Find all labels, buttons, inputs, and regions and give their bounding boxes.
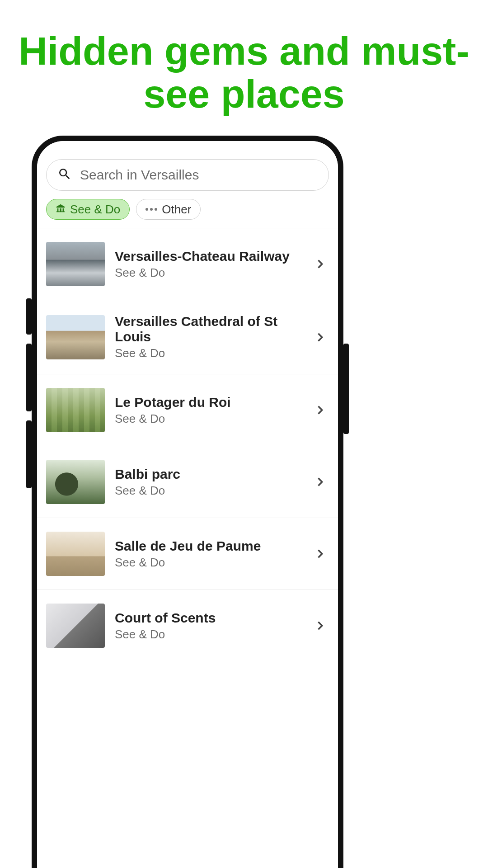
place-category: See & Do [115,412,304,426]
phone-frame: See & Do Other Versailles-Chateau Railwa… [32,136,343,868]
list-item-text: Versailles Cathedral of St Louis See & D… [115,314,304,360]
place-title: Court of Scents [115,610,304,626]
list-item-text: Balbi parc See & Do [115,467,304,498]
chevron-right-icon [314,547,326,560]
place-category: See & Do [115,346,304,360]
place-thumbnail [46,460,105,504]
place-thumbnail [46,315,105,359]
list-item-text: Court of Scents See & Do [115,610,304,642]
list-item-text: Salle de Jeu de Paume See & Do [115,538,304,570]
place-thumbnail [46,532,105,576]
place-title: Versailles Cathedral of St Louis [115,314,304,344]
place-category: See & Do [115,556,304,570]
filter-chip-label: See & Do [70,203,120,217]
list-item[interactable]: Versailles-Chateau Railway See & Do [37,228,338,300]
chevron-right-icon [314,331,326,344]
place-title: Salle de Jeu de Paume [115,538,304,554]
place-title: Versailles-Chateau Railway [115,249,304,264]
page-headline: Hidden gems and must-see places [0,0,488,115]
phone-volume-down-button [26,420,32,488]
places-list: Versailles-Chateau Railway See & Do Vers… [37,228,338,661]
place-title: Balbi parc [115,467,304,482]
chevron-right-icon [314,258,326,270]
place-category: See & Do [115,266,304,280]
search-container [46,159,329,191]
list-item-text: Le Potager du Roi See & Do [115,395,304,426]
phone-screen: See & Do Other Versailles-Chateau Railwa… [37,141,338,868]
search-icon [57,167,72,183]
place-title: Le Potager du Roi [115,395,304,410]
chevron-right-icon [314,619,326,632]
filter-chips: See & Do Other [37,191,338,228]
filter-chip-see-do[interactable]: See & Do [46,199,130,220]
chevron-right-icon [314,404,326,416]
place-thumbnail [46,242,105,286]
filter-chip-label: Other [162,203,191,217]
ellipsis-icon [145,208,157,211]
museum-icon [56,203,66,217]
list-item[interactable]: Versailles Cathedral of St Louis See & D… [37,300,338,374]
phone-volume-up-button [26,344,32,411]
place-category: See & Do [115,627,304,642]
list-item[interactable]: Court of Scents See & Do [37,590,338,661]
filter-chip-other[interactable]: Other [136,199,201,220]
list-item-text: Versailles-Chateau Railway See & Do [115,249,304,280]
search-bar[interactable] [46,159,329,191]
search-input[interactable] [80,167,318,183]
place-category: See & Do [115,484,304,498]
chevron-right-icon [314,476,326,488]
list-item[interactable]: Le Potager du Roi See & Do [37,374,338,446]
list-item[interactable]: Balbi parc See & Do [37,446,338,518]
phone-power-button [343,344,349,434]
phone-side-button [26,298,32,335]
list-item[interactable]: Salle de Jeu de Paume See & Do [37,518,338,590]
place-thumbnail [46,388,105,432]
place-thumbnail [46,604,105,648]
